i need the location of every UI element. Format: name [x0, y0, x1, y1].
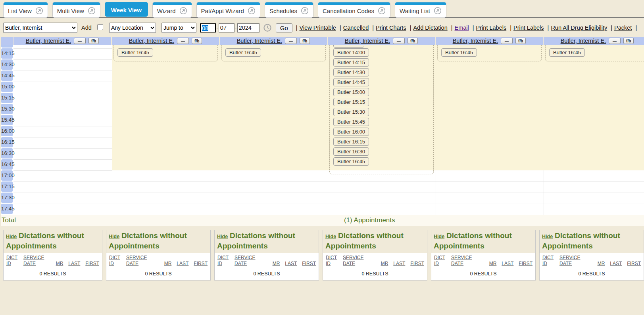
link-print-labels[interactable]: Print Labels — [513, 25, 544, 31]
sort-link-mr[interactable]: MR — [56, 261, 63, 267]
date-year-input[interactable]: 2024 — [237, 23, 260, 32]
appointment-slot-chip[interactable]: Butler 15:15 — [333, 98, 369, 106]
date-day-input[interactable]: 07 — [219, 23, 235, 32]
sort-link-first[interactable]: FIRST — [302, 261, 316, 267]
fb-button[interactable]: f/b — [300, 38, 310, 44]
appointment-slot-chip[interactable]: Butler 14:15 — [333, 58, 369, 67]
sort-link-dict-id[interactable]: DICTID — [109, 255, 120, 267]
sort-link-first[interactable]: FIRST — [194, 261, 208, 267]
appointment-slot-chip[interactable]: Butler 14:45 — [333, 78, 369, 86]
link-print-charts[interactable]: Print Charts — [376, 25, 406, 31]
appointment-slot-chip[interactable]: Butler 16:00 — [333, 128, 369, 136]
fb-button[interactable]: f/b — [623, 38, 634, 44]
column-header-link[interactable]: Butler, Internist E. — [129, 38, 174, 44]
open-new-window-icon[interactable] — [434, 7, 442, 15]
hide-dictations-link[interactable]: Hide — [325, 234, 336, 239]
fb-button[interactable]: f/b — [408, 38, 418, 44]
open-new-window-icon[interactable] — [248, 7, 256, 15]
collapse-column-button[interactable]: — — [74, 38, 86, 44]
appointment-slot-chip[interactable]: Butler 16:45 — [117, 48, 153, 57]
appointment-slot-chip[interactable] — [333, 45, 364, 48]
sort-link-dict-id[interactable]: DICTID — [217, 255, 229, 267]
sort-link-mr[interactable]: MR — [598, 261, 605, 267]
column-header-link[interactable]: Butler, Internist E. — [561, 38, 606, 44]
tab-waiting-list[interactable]: Waiting List — [395, 2, 446, 18]
open-new-window-icon[interactable] — [179, 7, 187, 15]
sort-link-dict-id[interactable]: DICTID — [434, 255, 445, 267]
appointment-slot-chip[interactable]: Butler 16:45 — [441, 48, 477, 57]
appointment-slot-chip[interactable]: Butler 14:00 — [333, 48, 369, 57]
appointment-slot-chip[interactable]: Butler 16:45 — [225, 48, 261, 57]
sort-link-service-date[interactable]: SERVICEDATE — [23, 255, 44, 267]
appointment-slot-chip[interactable]: Butler 16:45 — [549, 48, 585, 57]
column-header-link[interactable]: Butler, Internist E. — [237, 38, 282, 44]
sort-link-last[interactable]: LAST — [285, 261, 297, 267]
fb-button[interactable]: f/b — [515, 38, 526, 44]
location-select[interactable]: Any Location — [109, 23, 156, 33]
sort-link-last[interactable]: LAST — [610, 261, 622, 267]
sort-link-service-date[interactable]: SERVICEDATE — [126, 255, 147, 267]
tab-week-view[interactable]: Week View — [105, 2, 148, 17]
link-view-printable[interactable]: View Printable — [300, 25, 336, 31]
tab-schedules[interactable]: Schedules — [265, 2, 313, 18]
sort-link-mr[interactable]: MR — [381, 261, 388, 267]
appointment-slot-chip[interactable]: Butler 15:00 — [333, 88, 369, 96]
open-new-window-icon[interactable] — [35, 7, 43, 15]
collapse-column-button[interactable]: — — [501, 38, 513, 44]
tab-cancellation-codes[interactable]: Cancellation Codes — [318, 2, 390, 18]
appointment-slot-chip[interactable]: Butler 15:30 — [333, 108, 369, 116]
sort-link-dict-id[interactable]: DICTID — [6, 255, 17, 267]
sort-link-first[interactable]: FIRST — [410, 261, 424, 267]
add-checkbox[interactable] — [97, 24, 103, 30]
sort-link-service-date[interactable]: SERVICEDATE — [559, 255, 580, 267]
sort-link-dict-id[interactable]: DICTID — [542, 255, 554, 267]
open-new-window-icon[interactable] — [301, 7, 309, 15]
appointment-slot-chip[interactable]: Butler 16:30 — [333, 147, 369, 156]
sort-link-dict-id[interactable]: DICTID — [326, 255, 337, 267]
sort-link-last[interactable]: LAST — [393, 261, 405, 267]
jump-to-select[interactable]: Jump to — [161, 23, 196, 33]
sort-link-last[interactable]: LAST — [177, 261, 188, 267]
collapse-column-button[interactable]: — — [177, 38, 189, 44]
sort-link-first[interactable]: FIRST — [519, 261, 533, 267]
sort-link-last[interactable]: LAST — [68, 261, 80, 267]
sort-link-service-date[interactable]: SERVICEDATE — [235, 255, 255, 267]
appointment-slot-chip[interactable]: Butler 16:15 — [333, 137, 369, 146]
appointment-slot-chip[interactable]: Butler 16:45 — [333, 157, 369, 166]
clock-icon[interactable] — [263, 23, 272, 32]
hide-dictations-link[interactable]: Hide — [217, 234, 228, 239]
tab-list-view[interactable]: List View — [3, 2, 48, 18]
open-new-window-icon[interactable] — [378, 7, 386, 15]
sort-link-first[interactable]: FIRST — [85, 261, 99, 267]
column-header-link[interactable]: Butler, Internist E. — [345, 38, 390, 44]
collapse-column-button[interactable]: — — [609, 38, 621, 44]
sort-link-mr[interactable]: MR — [164, 261, 172, 267]
link-run-all-drug-eligibility[interactable]: Run All Drug Eligibility — [551, 25, 607, 31]
sort-link-first[interactable]: FIRST — [627, 261, 641, 267]
sort-link-mr[interactable]: MR — [273, 261, 280, 267]
hide-dictations-link[interactable]: Hide — [434, 234, 444, 239]
hide-dictations-link[interactable]: Hide — [542, 234, 553, 239]
hide-dictations-link[interactable]: Hide — [109, 234, 119, 239]
go-button[interactable]: Go — [276, 23, 292, 32]
fb-button[interactable]: f/b — [192, 38, 202, 44]
appointment-slot-chip[interactable]: Butler 14:30 — [333, 68, 369, 76]
link-add-dictation[interactable]: Add Dictation — [413, 25, 447, 31]
link-email[interactable]: Email — [455, 25, 469, 31]
provider-select[interactable]: Butler, Internist — [3, 23, 77, 33]
tab-multi-view[interactable]: Multi View — [52, 2, 100, 18]
open-new-window-icon[interactable] — [88, 7, 96, 15]
date-month-input[interactable]: 08 — [200, 23, 216, 32]
tab-wizard[interactable]: Wizard — [152, 2, 192, 18]
hide-dictations-link[interactable]: Hide — [6, 234, 17, 239]
column-header-link[interactable]: Butler, Internist E. — [26, 38, 71, 44]
link-packet[interactable]: Packet — [614, 25, 632, 31]
sort-link-service-date[interactable]: SERVICEDATE — [343, 255, 363, 267]
link-cancelled[interactable]: Cancelled — [343, 25, 369, 31]
sort-link-mr[interactable]: MR — [489, 261, 497, 267]
collapse-column-button[interactable]: — — [393, 38, 405, 44]
sort-link-last[interactable]: LAST — [502, 261, 513, 267]
fb-button[interactable]: f/b — [88, 38, 99, 44]
sort-link-service-date[interactable]: SERVICEDATE — [451, 255, 472, 267]
link-print-labels[interactable]: Print Labels — [476, 25, 507, 31]
